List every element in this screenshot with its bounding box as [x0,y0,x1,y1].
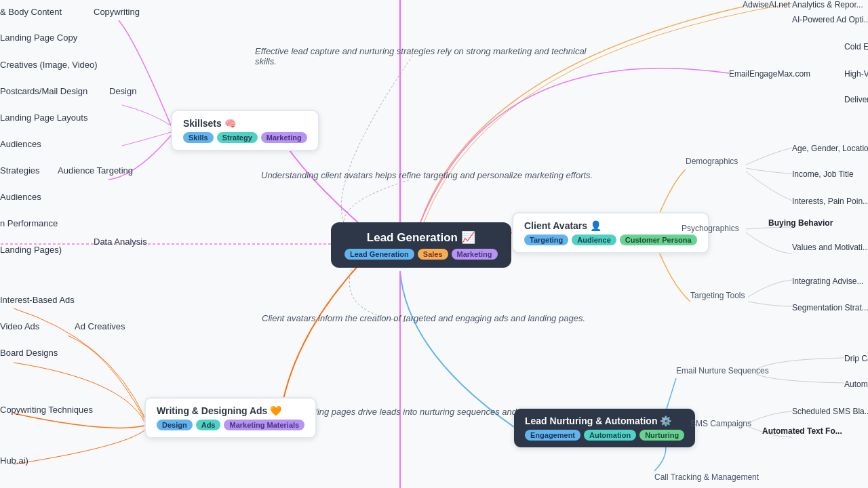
left-node-postcards: Postcards/Mail Design [0,86,87,96]
left-mid-ad-creatives: Ad Creatives [75,321,125,331]
right-scheduled-sms: Scheduled SMS Bla... [792,407,868,416]
right-values: Values and Motivati... [792,243,868,252]
right-segmentation: Segmentation Strat... [792,303,868,312]
right-automate: Automate... [844,380,868,389]
annotation-1: Effective lead capture and nurturing str… [255,46,594,66]
left-mid-audience-targeting: Audience Targeting [58,165,133,176]
annotation-3: Client avatars inform the creation of ta… [262,313,585,323]
tag-nurturing: Nurturing [639,430,684,441]
tag-sales: Sales [418,249,448,260]
mindmap-canvas: Effective lead capture and nurturing str… [0,0,868,488]
left-mid-data-analysis: Data Analysis [94,237,147,247]
left-node-landing-page-copy: Landing Page Copy [0,33,77,43]
right-deliverability: Deliverabili... [844,95,868,104]
left-node-body-content: & Body Content [0,7,62,17]
right-call-tracking: Call Tracking & Management [654,472,759,482]
lead-nurturing-tags: Engagement Automation Nurturing [525,430,684,441]
right-high-vol: High-Volu... [844,69,868,79]
tag-engagement: Engagement [525,430,580,441]
central-tags: Lead Generation Sales Marketing [344,249,498,260]
tag-design: Design [157,420,193,430]
right-ai-powered: AI-Powered Ad Opti... [792,15,868,24]
right-targeting-tools: Targeting Tools [690,291,745,300]
left-node-audiences-1: Audiences [0,139,41,149]
tag-targeting: Targeting [524,235,568,245]
right-email-nurture: Email Nurture Sequences [676,366,769,375]
tag-strategy: Strategy [217,132,258,143]
right-buying-behavior: Buying Behavior [768,218,833,228]
tag-marketing: Marketing [452,249,498,260]
left-node-video-ads: Video Ads [0,321,39,331]
tag-customer-persona: Customer Persona [620,235,697,245]
left-node-board-designs: Board Designs [0,348,58,358]
right-email-engage: EmailEngageMax.com [729,69,810,79]
left-node-interest-ads: Interest-Based Ads [0,295,75,305]
left-node-copywriting: Copywriting Techniques [0,405,93,415]
right-drip: Drip Cam... [844,354,868,363]
left-node-performance: n Performance [0,218,58,228]
left-node-strategies: Strategies [0,165,40,176]
left-node-audiences-2: Audiences [0,192,41,202]
right-income: Income, Job Title [792,169,854,179]
right-interests: Interests, Pain Poin... [792,197,868,206]
tag-mktg: Marketing [261,132,307,143]
right-adwise: AdwiseAI.net [743,0,790,9]
tag-automation: Automation [584,430,636,441]
right-age-gender: Age, Gender, Locatio... [792,144,868,153]
client-avatars-node[interactable]: Client Avatars 👤 Targeting Audience Cust… [512,212,709,253]
lead-nurturing-title: Lead Nurturing & Automation ⚙️ [525,415,684,426]
right-cold-email: Cold Email... [844,42,868,52]
writing-ads-tags: Design Ads Marketing Materials [157,420,304,430]
client-avatars-title: Client Avatars 👤 [524,220,697,231]
annotation-4: and landing pages drive leads into nurtu… [283,407,539,417]
right-integrating: Integrating Advise... [792,277,863,286]
right-automated-text: Automated Text Fo... [762,426,842,436]
left-node-hub: Hub.ai) [0,455,28,466]
central-title: Lead Generation 📈 [344,230,498,245]
writing-ads-title: Writing & Designing Ads 🧡 [157,405,304,416]
tag-ads: Ads [196,420,221,430]
writing-ads-node[interactable]: Writing & Designing Ads 🧡 Design Ads Mar… [144,397,317,439]
skillsets-title: Skillsets 🧠 [183,118,307,129]
right-demographics: Demographics [686,157,738,166]
tag-audience: Audience [572,235,616,245]
left-mid-copywriting: Copywriting [94,7,140,17]
tag-marketing-materials: Marketing Materials [224,420,304,430]
left-mid-design: Design [109,86,136,96]
right-psychographics: Psychographics [682,224,739,233]
left-node-landing-layouts: Landing Page Layouts [0,113,87,123]
client-avatars-tags: Targeting Audience Customer Persona [524,235,697,245]
right-sms-campaigns: SMS Campaigns [690,419,751,428]
annotation-2: Understanding client avatars helps refin… [261,170,593,180]
tag-lead-generation: Lead Generation [344,249,414,260]
skillsets-tags: Skills Strategy Marketing [183,132,307,143]
left-node-creatives: Creatives (Image, Video) [0,60,98,70]
right-analytics: Analytics & Repor... [792,0,863,9]
skillsets-node[interactable]: Skillsets 🧠 Skills Strategy Marketing [171,110,319,151]
tag-skills: Skills [183,132,214,143]
lead-nurturing-node[interactable]: Lead Nurturing & Automation ⚙️ Engagemen… [514,409,695,447]
central-node[interactable]: Lead Generation 📈 Lead Generation Sales … [331,222,511,268]
left-node-landing-pages: Landing Pages) [0,245,62,255]
